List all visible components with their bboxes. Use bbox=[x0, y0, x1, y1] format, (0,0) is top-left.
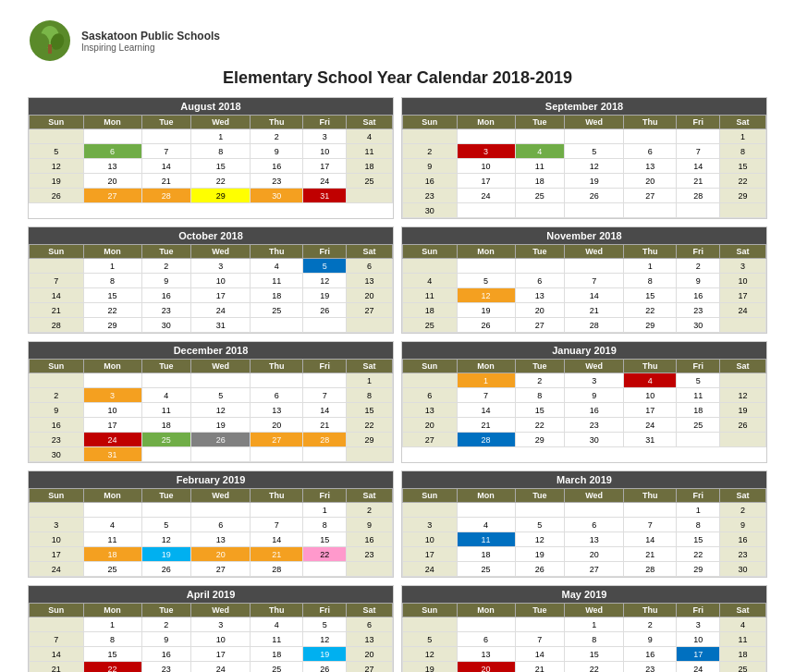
table-row: 21 22 23 24 25 26 27 bbox=[30, 662, 393, 673]
table-cell: 10 bbox=[303, 144, 347, 159]
table-cell bbox=[720, 203, 766, 218]
table-cell: 23 bbox=[30, 433, 84, 447]
table-cell: 30 bbox=[30, 447, 84, 462]
calendar-title-november: November 2018 bbox=[402, 227, 766, 244]
cal-table-january: Sun Mon Tue Wed Thu Fri Sat 1 2 3 4 5 bbox=[402, 359, 766, 447]
table-cell: 17 bbox=[30, 547, 84, 562]
table-cell: 4 bbox=[251, 617, 303, 632]
table-cell: 8 bbox=[720, 144, 766, 159]
table-cell: 22 bbox=[515, 418, 565, 433]
table-cell: 6 bbox=[457, 632, 515, 647]
table-cell: 24 bbox=[403, 562, 458, 577]
table-cell: 18 bbox=[457, 547, 515, 562]
calendar-title-august: August 2018 bbox=[29, 98, 393, 115]
table-cell bbox=[347, 318, 393, 333]
th-sun: Sun bbox=[403, 245, 458, 259]
th-sun: Sun bbox=[30, 360, 84, 373]
table-cell: 1 bbox=[83, 259, 141, 274]
table-cell: 18 bbox=[251, 288, 303, 303]
table-cell: 22 bbox=[83, 303, 141, 318]
th-thu: Thu bbox=[251, 604, 303, 617]
table-cell: 1 bbox=[565, 617, 624, 632]
table-row: 11 12 13 14 15 16 17 bbox=[403, 288, 766, 303]
table-cell: 6 bbox=[403, 388, 458, 403]
table-cell: 22 bbox=[83, 662, 141, 673]
table-cell: 24 bbox=[83, 433, 141, 447]
table-cell: 11 bbox=[720, 632, 766, 647]
th-mon: Mon bbox=[83, 245, 141, 259]
table-cell bbox=[515, 617, 565, 632]
table-row: 3 4 5 6 7 8 9 bbox=[30, 518, 393, 532]
table-row: 4 5 6 7 8 9 10 bbox=[403, 274, 766, 288]
table-cell: 7 bbox=[30, 632, 84, 647]
table-cell: 26 bbox=[141, 562, 191, 577]
th-wed: Wed bbox=[191, 245, 251, 259]
table-cell: 10 bbox=[191, 632, 251, 647]
table-cell bbox=[403, 503, 458, 518]
table-row: 23 24 25 26 27 28 29 bbox=[30, 433, 393, 447]
header: Saskatoon Public Schools Inspiring Learn… bbox=[28, 18, 767, 63]
table-cell: 5 bbox=[677, 373, 720, 388]
table-cell: 9 bbox=[565, 388, 624, 403]
calendar-august-2018: August 2018 Sun Mon Tue Wed Thu Fri Sat … bbox=[28, 97, 394, 219]
table-cell: 2 bbox=[677, 259, 720, 274]
table-cell: 2 bbox=[347, 503, 393, 518]
table-cell: 19 bbox=[403, 662, 458, 673]
table-cell: 25 bbox=[251, 662, 303, 673]
table-cell: 22 bbox=[303, 547, 347, 562]
table-cell: 19 bbox=[457, 303, 515, 318]
table-cell: 14 bbox=[457, 403, 515, 418]
table-cell: 18 bbox=[720, 647, 766, 662]
table-cell: 18 bbox=[677, 403, 720, 418]
th-fri: Fri bbox=[303, 116, 347, 129]
table-cell: 27 bbox=[347, 662, 393, 673]
table-cell: 22 bbox=[191, 174, 251, 189]
table-cell: 19 bbox=[565, 174, 624, 189]
th-sat: Sat bbox=[347, 360, 393, 373]
th-wed: Wed bbox=[565, 116, 624, 129]
table-cell: 28 bbox=[30, 318, 84, 333]
table-cell: 7 bbox=[30, 274, 84, 288]
table-cell: 9 bbox=[403, 159, 458, 174]
table-cell bbox=[457, 503, 515, 518]
table-cell: 13 bbox=[457, 647, 515, 662]
table-cell: 20 bbox=[347, 288, 393, 303]
table-cell: 5 bbox=[191, 388, 251, 403]
table-row: 3 4 5 6 7 8 9 bbox=[403, 518, 766, 532]
table-cell: 3 bbox=[720, 259, 766, 274]
cal-table-december: Sun Mon Tue Wed Thu Fri Sat 1 bbox=[29, 359, 393, 462]
th-wed: Wed bbox=[565, 360, 624, 373]
table-cell: 4 bbox=[624, 373, 677, 388]
table-cell: 7 bbox=[457, 388, 515, 403]
table-cell bbox=[30, 503, 84, 518]
table-cell: 28 bbox=[677, 189, 720, 203]
table-cell: 14 bbox=[30, 647, 84, 662]
table-cell: 24 bbox=[30, 562, 84, 577]
table-cell bbox=[303, 318, 347, 333]
table-cell: 13 bbox=[624, 159, 677, 174]
table-cell bbox=[251, 503, 303, 518]
table-cell: 20 bbox=[565, 547, 624, 562]
table-cell: 23 bbox=[720, 547, 766, 562]
table-cell: 14 bbox=[565, 288, 624, 303]
table-cell: 19 bbox=[515, 547, 565, 562]
table-cell: 2 bbox=[624, 617, 677, 632]
table-cell: 3 bbox=[83, 388, 141, 403]
table-cell: 1 bbox=[720, 129, 766, 144]
table-cell: 21 bbox=[30, 662, 84, 673]
table-cell: 1 bbox=[677, 503, 720, 518]
th-thu: Thu bbox=[624, 489, 677, 503]
table-cell: 26 bbox=[303, 303, 347, 318]
calendar-october-2018: October 2018 Sun Mon Tue Wed Thu Fri Sat… bbox=[28, 226, 394, 334]
table-cell: 18 bbox=[403, 303, 458, 318]
table-cell: 6 bbox=[565, 518, 624, 532]
calendar-title-february: February 2019 bbox=[29, 471, 393, 488]
table-cell: 28 bbox=[141, 189, 191, 203]
table-cell: 13 bbox=[347, 632, 393, 647]
table-cell: 5 bbox=[403, 632, 458, 647]
table-cell: 15 bbox=[565, 647, 624, 662]
table-cell: 9 bbox=[720, 518, 766, 532]
th-sat: Sat bbox=[347, 116, 393, 129]
th-tue: Tue bbox=[515, 604, 565, 617]
table-cell: 29 bbox=[720, 189, 766, 203]
